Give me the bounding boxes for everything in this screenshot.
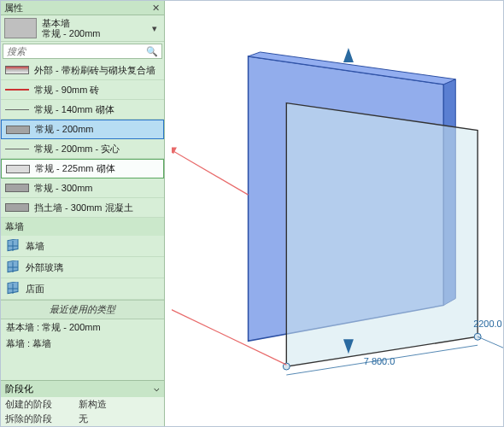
type-item-label: 常规 - 140mm 砌体: [34, 103, 114, 116]
flip-arrow-top[interactable]: [343, 48, 354, 62]
expand-icon[interactable]: ⌵: [154, 383, 160, 395]
curtain-section-head: 幕墙: [1, 218, 164, 236]
phasing-row[interactable]: 创建的阶段新构造: [1, 397, 164, 412]
family-type: 常规 - 200mm: [42, 28, 149, 38]
type-item-label: 常规 - 200mm - 实心: [34, 143, 120, 155]
type-item[interactable]: 幕墙: [1, 236, 164, 257]
type-item-label: 店面: [26, 283, 44, 295]
family-thumb: [4, 18, 37, 38]
phasing-key: 拆除的阶段: [5, 412, 79, 425]
panel-header: 属性 ✕: [1, 1, 164, 15]
chevron-down-icon: ▾: [149, 23, 161, 34]
type-item-label: 外部 - 带粉刷砖与砌块复合墙: [34, 64, 155, 77]
swatch-icon: [5, 149, 29, 149]
phasing-head: 阶段化: [5, 383, 33, 395]
type-item[interactable]: 店面: [1, 278, 164, 300]
type-item[interactable]: 外部 - 带粉刷砖与砌块复合墙: [1, 61, 164, 80]
recent-item[interactable]: 幕墙 : 幕墙: [1, 336, 164, 352]
dim-w-line: [478, 336, 503, 348]
phasing-value: 无: [79, 412, 160, 425]
phasing-group: 阶段化 ⌵ 创建的阶段新构造拆除的阶段无: [1, 380, 164, 426]
curtain-icon: [5, 260, 21, 275]
type-item-label: 常规 - 200mm: [35, 123, 93, 136]
properties-panel: 属性 ✕ 基本墙 常规 - 200mm ▾ 🔍 外部 - 带粉刷砖与砌块复合墙常…: [1, 1, 165, 426]
recent-item[interactable]: 基本墙 : 常规 - 200mm: [1, 319, 164, 336]
swatch-icon: [5, 66, 29, 74]
family-type-selector[interactable]: 基本墙 常规 - 200mm ▾: [1, 15, 164, 42]
type-item-label: 常规 - 300mm: [34, 182, 92, 195]
type-item[interactable]: 常规 - 225mm 砌体: [1, 159, 164, 178]
swatch-icon: [5, 89, 29, 91]
viewport[interactable]: 7 800.0 2200.0: [172, 1, 503, 426]
phasing-key: 创建的阶段: [5, 398, 79, 411]
type-item[interactable]: 常规 - 90mm 砖: [1, 80, 164, 100]
curtain-icon: [5, 281, 21, 296]
type-item-label: 常规 - 225mm 砌体: [35, 162, 115, 175]
swatch-icon: [5, 109, 29, 110]
dim-w[interactable]: 2200.0: [473, 319, 501, 329]
type-item[interactable]: 常规 - 200mm: [1, 120, 164, 139]
type-list: 外部 - 带粉刷砖与砌块复合墙常规 - 90mm 砖常规 - 140mm 砌体常…: [1, 61, 164, 380]
swatch-icon: [6, 165, 30, 173]
type-item[interactable]: 外部玻璃: [1, 257, 164, 278]
arrow-1: [172, 147, 249, 195]
swatch-icon: [6, 126, 30, 134]
type-item[interactable]: 常规 - 300mm: [1, 178, 164, 198]
type-item-label: 外部玻璃: [26, 261, 63, 274]
phasing-row[interactable]: 拆除的阶段无: [1, 412, 164, 426]
recent-head: 最近使用的类型: [1, 300, 164, 319]
swatch-icon: [5, 203, 29, 212]
search-icon[interactable]: 🔍: [143, 46, 161, 57]
curtain-icon: [5, 238, 21, 254]
type-item[interactable]: 挡土墙 - 300mm 混凝土: [1, 198, 164, 218]
handle-right[interactable]: [474, 333, 481, 340]
wall-curtain[interactable]: [286, 103, 478, 366]
type-item[interactable]: 常规 - 140mm 砌体: [1, 100, 164, 120]
type-item-label: 常规 - 90mm 砖: [34, 84, 99, 97]
search-input[interactable]: [3, 44, 143, 58]
close-icon[interactable]: ✕: [150, 3, 161, 13]
type-item-label: 幕墙: [26, 240, 44, 253]
phasing-value: 新构造: [79, 398, 160, 411]
dim-h[interactable]: 7 800.0: [364, 356, 396, 366]
swatch-icon: [5, 184, 29, 192]
search-row: 🔍: [3, 44, 162, 59]
panel-title: 属性: [4, 2, 23, 15]
type-item-label: 挡土墙 - 300mm 混凝土: [34, 202, 133, 214]
family-name: 基本墙: [42, 18, 149, 28]
type-item[interactable]: 常规 - 200mm - 实心: [1, 139, 164, 159]
